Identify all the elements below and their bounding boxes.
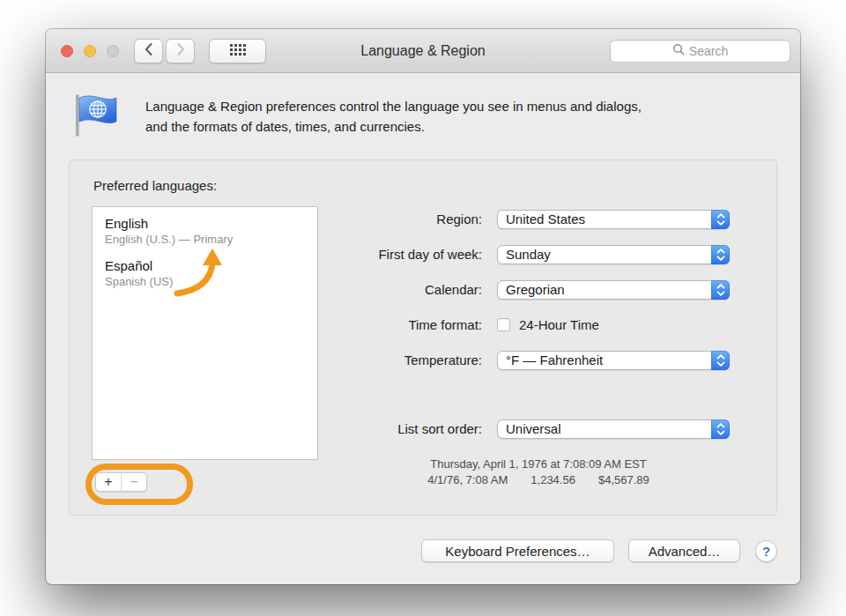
first-day-label: First day of week: <box>378 245 482 264</box>
select-stepper-icon <box>711 245 730 264</box>
24-hour-time-checkbox[interactable] <box>497 318 510 331</box>
language-region-window: Language & Region Search <box>46 29 800 584</box>
temperature-select[interactable]: °F — Fahrenheit <box>497 351 730 370</box>
add-remove-control: + − <box>95 472 147 492</box>
format-samples: Thursday, April 1, 1976 at 7:08:09 AM ES… <box>353 456 724 488</box>
preferences-description: Language & Region preferences control th… <box>145 96 642 137</box>
temperature-label: Temperature: <box>404 351 482 370</box>
time-format-label: Time format: <box>408 315 482 335</box>
help-button[interactable]: ? <box>755 540 777 562</box>
titlebar: Language & Region Search <box>46 29 800 73</box>
calendar-label: Calendar: <box>425 280 482 300</box>
advanced-button[interactable]: Advanced… <box>628 539 740 562</box>
keyboard-preferences-button[interactable]: Keyboard Preferences… <box>421 539 614 562</box>
currency-sample: $4,567.89 <box>598 472 649 488</box>
search-icon <box>672 43 685 59</box>
list-sort-label: List sort order: <box>397 419 482 439</box>
calendar-row: Calendar: Gregorian <box>70 280 776 300</box>
description-line-2: and the formats of dates, times, and cur… <box>145 116 642 137</box>
region-label: Region: <box>436 210 482 229</box>
region-row: Region: United States <box>70 210 776 229</box>
short-date-sample: 4/1/76, 7:08 AM <box>427 472 508 488</box>
select-stepper-icon <box>711 419 730 439</box>
preferred-languages-label: Preferred languages: <box>93 178 217 193</box>
calendar-select[interactable]: Gregorian <box>497 280 730 300</box>
language-region-flag-icon <box>70 89 122 140</box>
time-format-row: Time format: 24-Hour Time <box>70 315 776 335</box>
select-stepper-icon <box>711 280 730 300</box>
list-sort-row: List sort order: Universal <box>70 419 776 439</box>
long-date-sample: Thursday, April 1, 1976 at 7:08:09 AM ES… <box>353 456 724 472</box>
add-language-button[interactable]: + <box>96 473 122 491</box>
region-select[interactable]: United States <box>497 210 730 229</box>
description-line-1: Language & Region preferences control th… <box>145 96 642 116</box>
search-field[interactable]: Search <box>610 40 790 63</box>
search-placeholder: Search <box>689 44 728 58</box>
settings-panel: Preferred languages: English English (U.… <box>69 160 777 516</box>
24-hour-time-label: 24-Hour Time <box>519 315 599 335</box>
desktop: Language & Region Search <box>0 0 846 616</box>
number-sample: 1,234.56 <box>531 472 575 488</box>
list-sort-select[interactable]: Universal <box>497 419 730 439</box>
short-format-samples: 4/1/76, 7:08 AM 1,234.56 $4,567.89 <box>353 472 724 488</box>
select-stepper-icon <box>711 210 730 229</box>
remove-language-button[interactable]: − <box>122 473 146 491</box>
temperature-row: Temperature: °F — Fahrenheit <box>70 351 776 370</box>
first-day-select[interactable]: Sunday <box>497 245 730 264</box>
first-day-row: First day of week: Sunday <box>70 245 776 264</box>
select-stepper-icon <box>711 351 730 370</box>
